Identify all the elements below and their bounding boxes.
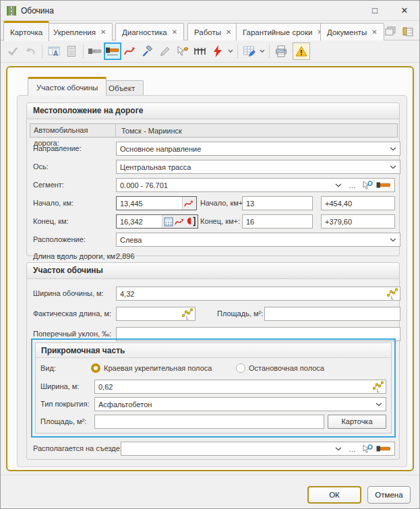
table-find-icon[interactable]: A [45, 42, 63, 60]
pencil-icon[interactable] [156, 42, 174, 60]
radio-edge-strip-label[interactable]: Краевая укрепительная полоса [104, 361, 212, 375]
flashlight-gray-icon[interactable] [86, 42, 104, 60]
end-km-input[interactable] [117, 215, 162, 228]
ruler-icon[interactable] [191, 42, 209, 60]
inner-tab-label: Объект [109, 84, 135, 92]
segment-label: Сегмент: [33, 178, 64, 192]
start-kmplus-label: Начало, км+: [200, 196, 245, 210]
radio-stop-lane[interactable] [236, 363, 245, 373]
chevron-down-icon[interactable] [390, 165, 396, 169]
coating-label: Тип покрытия: [40, 397, 90, 411]
flashlight-icon[interactable] [376, 444, 391, 453]
measure-length-icon[interactable]: L [385, 288, 400, 299]
tab-close-icon[interactable]: ✕ [371, 29, 377, 36]
ellipsis-button[interactable]: … [349, 181, 356, 189]
chevron-down-icon[interactable] [390, 238, 396, 242]
chevron-down-icon[interactable] [335, 447, 342, 451]
cascade-windows-icon[interactable] [384, 26, 396, 36]
measure-length-icon[interactable]: L [180, 308, 195, 320]
tab-raboty[interactable]: Работы ✕ [187, 23, 238, 40]
cancel-button[interactable]: Отмена [367, 486, 411, 504]
measure-length-icon[interactable]: L [371, 381, 386, 392]
apply-check-icon[interactable] [4, 42, 22, 60]
direction-combobox[interactable]: Основное направление [116, 142, 400, 156]
tab-close-icon[interactable]: ✕ [100, 29, 106, 36]
tab-label: Укрепления [53, 28, 96, 36]
flashlight-orange-icon[interactable] [104, 42, 121, 60]
toolbar-separator [269, 44, 270, 58]
route-curve-icon[interactable] [121, 42, 139, 60]
tab-garantiynye-sroki[interactable]: Гарантийные сроки ✕ [236, 23, 330, 40]
pick-on-map-icon[interactable] [361, 444, 373, 454]
end-kmplus-input[interactable] [242, 214, 313, 229]
pick-on-map-icon[interactable] [361, 180, 373, 191]
tab-ukrepleniya[interactable]: Укрепления ✕ [47, 23, 113, 40]
coating-combobox[interactable]: Асфальтобетон [94, 397, 386, 411]
start-kmplus-input[interactable] [242, 196, 313, 210]
tab-diagnostika[interactable]: Диагностика ✕ [115, 23, 184, 40]
tab-close-icon[interactable]: ✕ [172, 29, 177, 36]
tab-label: Работы [194, 28, 221, 36]
svg-text:A: A [53, 50, 58, 57]
axis-label: Ось: [33, 160, 49, 174]
direction-value: Основное направление [120, 145, 390, 153]
fact-length-fieldgroup: L [116, 307, 196, 321]
inner-tab-uchastok[interactable]: Участок обочины [28, 77, 107, 96]
warning-icon[interactable] [293, 42, 310, 60]
shoulder-width-input[interactable] [117, 287, 385, 300]
undo-icon[interactable] [22, 42, 39, 60]
chevron-down-icon[interactable] [335, 183, 342, 187]
axis-value: Центральная трасса [120, 163, 390, 171]
tab-page: Местоположение на дороге Автомобильная д… [17, 95, 407, 467]
ramp-combobox[interactable]: … [121, 442, 395, 456]
route-curve-icon[interactable] [184, 199, 195, 208]
fact-length-input[interactable] [117, 307, 180, 320]
tab-label: Карточка [10, 28, 42, 36]
report-icon[interactable] [63, 42, 80, 60]
chevron-down-icon[interactable] [390, 147, 396, 151]
segment-value: 0.000 - 76.701 [120, 181, 335, 189]
side-value: Слева [120, 236, 390, 244]
properties-panel-icon[interactable] [402, 26, 414, 36]
edge-width-label: Ширина, м: [40, 380, 79, 394]
route-curve-icon[interactable] [175, 217, 185, 227]
lightning-dropdown-chevron-icon[interactable] [227, 42, 235, 60]
start-meters-input[interactable] [321, 196, 395, 210]
table-edit-dropdown-chevron-icon[interactable] [258, 42, 266, 60]
toolbar-separator [83, 44, 84, 58]
tab-kartochka[interactable]: Карточка [3, 21, 49, 41]
tab-dokumenty[interactable]: Документы ✕ [320, 23, 384, 40]
road-readonly-field: Автомобильная дорога: Томск - Мариинск [30, 123, 398, 138]
road-value: Томск - Мариинск [116, 127, 182, 135]
lightning-icon[interactable] [209, 42, 227, 60]
calculator-icon[interactable] [164, 217, 173, 227]
edge-area-input[interactable] [94, 415, 324, 429]
tab-label: Диагностика [122, 28, 167, 36]
end-meters-input[interactable] [321, 214, 395, 229]
end-marker-flag-icon[interactable] [187, 216, 196, 227]
svg-text:L: L [377, 388, 380, 393]
ellipsis-button[interactable]: … [349, 445, 356, 453]
radio-edge-strip-selected[interactable] [91, 363, 100, 373]
radio-stop-lane-label[interactable]: Остановочная полоса [249, 361, 324, 375]
pick-on-map-icon[interactable] [174, 42, 191, 60]
group-shoulder-title: Участок обочины [27, 263, 399, 279]
chevron-down-icon[interactable] [376, 402, 382, 407]
side-combobox[interactable]: Слева [116, 233, 400, 247]
tab-close-icon[interactable]: ✕ [226, 29, 231, 36]
printer-icon[interactable] [272, 42, 290, 60]
hammer-icon[interactable] [139, 42, 156, 60]
axis-combobox[interactable]: Центральная трасса [116, 160, 400, 174]
maximize-button[interactable]: □ [360, 1, 390, 21]
card-button[interactable]: Карточка [328, 415, 386, 429]
ok-button[interactable]: ОК [307, 486, 361, 504]
shoulder-area-input[interactable] [264, 307, 400, 321]
table-edit-icon[interactable] [241, 42, 258, 60]
flashlight-icon[interactable] [376, 181, 391, 189]
close-button[interactable]: ✕ [390, 1, 419, 21]
document-tabstrip: Карточка Укрепления ✕ Диагностика ✕ Рабо… [1, 21, 419, 40]
start-km-input[interactable] [117, 197, 182, 210]
segment-combobox[interactable]: 0.000 - 76.701 … [116, 178, 395, 192]
edge-width-input[interactable] [95, 380, 371, 393]
edge-strip-highlight-box: Прикромочная часть Вид: Краевая укрепите… [31, 338, 396, 438]
